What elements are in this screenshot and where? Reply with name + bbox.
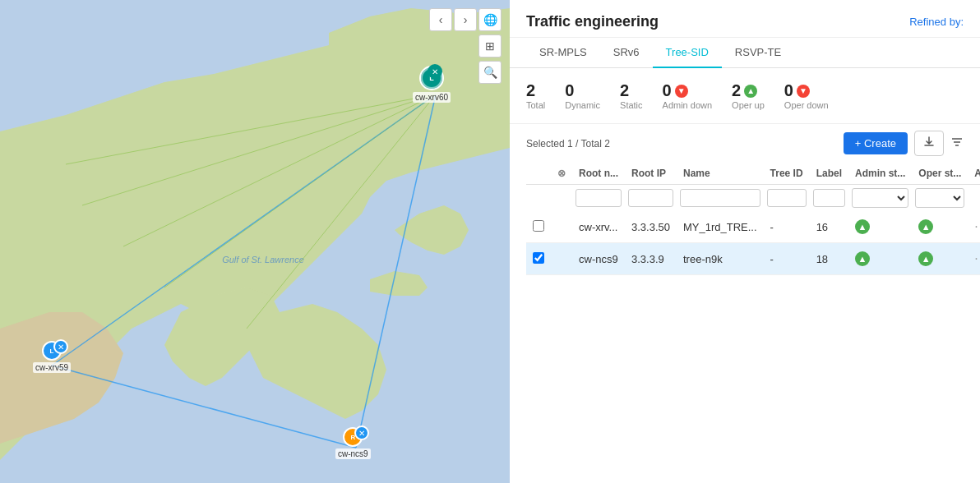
- select-all-icon[interactable]: ⊗: [557, 168, 566, 179]
- row2-actions-menu[interactable]: ···: [974, 251, 980, 265]
- stat-oper-down-value: 0 ▼: [784, 81, 810, 100]
- row1-admin-state: ▲: [848, 211, 912, 243]
- map-nav-next[interactable]: ›: [454, 8, 477, 31]
- row1-name: MY_1rd_TRE...: [677, 211, 764, 243]
- search-icon-btn[interactable]: 🔍: [478, 61, 502, 84]
- filter-name[interactable]: [680, 189, 760, 207]
- stats-row: 2 Total 0 Dynamic 2 Static 0 ▼ Admin dow…: [510, 68, 980, 124]
- row1-checkbox-cell[interactable]: [526, 211, 551, 243]
- panel-header: Traffic engineering Refined by:: [510, 0, 980, 38]
- stat-oper-up: 2 ▲ Oper up: [732, 81, 765, 110]
- tab-tree-sid[interactable]: Tree-SID: [653, 38, 722, 68]
- filter-oper-state[interactable]: Up Down: [915, 188, 964, 208]
- row1-oper-up-icon: ▲: [918, 219, 933, 234]
- table-container: ⊗ Root n... Root IP Name Tree ID Label A…: [510, 163, 980, 483]
- row2-checkbox-cell[interactable]: [526, 243, 551, 275]
- filter-root-ip[interactable]: [628, 189, 673, 207]
- filter-root-node[interactable]: [576, 189, 622, 207]
- panel-title: Traffic engineering: [526, 13, 659, 30]
- refined-by[interactable]: Refined by:: [909, 16, 964, 28]
- stat-total-value: 2: [526, 81, 535, 100]
- export-button[interactable]: [914, 131, 944, 156]
- col-admin-state: Admin st...: [848, 163, 912, 185]
- selected-info: Selected 1 / Total 2: [526, 138, 610, 150]
- node-xrv59-label: cw-xrv59: [33, 362, 71, 373]
- row2-admin-state: ▲: [848, 243, 912, 275]
- node-ncs9-label: cw-ncs9: [335, 448, 371, 459]
- tab-rsvp-te[interactable]: RSVP-TE: [722, 38, 794, 68]
- stat-oper-down-label: Oper down: [784, 100, 829, 110]
- col-oper-state: Oper st...: [912, 163, 968, 185]
- col-label: Label: [810, 163, 848, 185]
- col-root-node: Root n...: [572, 163, 625, 185]
- row1-root-node: cw-xrv...: [572, 211, 625, 243]
- layers-icon-btn[interactable]: ⊞: [478, 34, 502, 58]
- stat-dynamic-label: Dynamic: [565, 100, 600, 110]
- row2-admin-up-icon: ▲: [855, 251, 870, 266]
- col-actions: Actions: [968, 163, 980, 185]
- stat-oper-up-value: 2 ▲: [732, 81, 757, 100]
- stat-dynamic: 0 Dynamic: [565, 81, 600, 110]
- map-panel: Gulf of St. Lawrence ‹ › 🌐 ⊞ 🔍 L ✕ c: [0, 0, 510, 483]
- row2-name: tree-n9k: [677, 243, 764, 275]
- row2-checkbox[interactable]: [533, 252, 544, 264]
- row1-tree-id: -: [764, 211, 810, 243]
- tab-srv6[interactable]: SRv6: [600, 38, 653, 68]
- stat-admin-down-value: 0 ▼: [663, 81, 688, 100]
- table-controls: Selected 1 / Total 2 + Create: [510, 124, 980, 163]
- admin-down-badge: ▼: [675, 85, 688, 98]
- tabs-bar: SR-MPLS SRv6 Tree-SID RSVP-TE: [510, 38, 980, 68]
- oper-down-badge: ▼: [797, 85, 810, 98]
- row2-oper-state: ▲: [912, 243, 968, 275]
- data-table: ⊗ Root n... Root IP Name Tree ID Label A…: [526, 163, 980, 275]
- right-panel: Traffic engineering Refined by: SR-MPLS …: [510, 0, 980, 483]
- row2-oper-up-icon: ▲: [918, 251, 933, 266]
- row1-admin-up-icon: ▲: [855, 219, 870, 234]
- map-node-xrv59[interactable]: L ✕ cw-xrv59: [33, 341, 71, 373]
- table-row: cw-ncs9 3.3.3.9 tree-n9k - 18 ▲ ▲ ···: [526, 243, 980, 275]
- svg-text:Gulf of St. Lawrence: Gulf of St. Lawrence: [222, 255, 304, 264]
- oper-up-badge: ▲: [744, 85, 757, 98]
- col-name: Name: [677, 163, 764, 185]
- stat-admin-down: 0 ▼ Admin down: [663, 81, 713, 110]
- row1-actions-menu[interactable]: ···: [974, 219, 980, 233]
- filter-icon[interactable]: [950, 136, 964, 152]
- globe-icon-btn[interactable]: 🌐: [478, 8, 502, 31]
- stat-admin-down-label: Admin down: [663, 100, 713, 110]
- row1-actions[interactable]: ···: [968, 211, 980, 243]
- filter-label[interactable]: [813, 189, 845, 207]
- filter-tree-id[interactable]: [767, 189, 807, 207]
- row2-root-ip: 3.3.3.9: [625, 243, 677, 275]
- row2-tree-id: -: [764, 243, 810, 275]
- row2-root-node: cw-ncs9: [572, 243, 625, 275]
- row1-label: 16: [810, 211, 848, 243]
- row1-oper-state: ▲: [912, 211, 968, 243]
- stat-oper-down: 0 ▼ Oper down: [784, 81, 829, 110]
- map-node-xrv60[interactable]: L ✕ cw-xrv60: [413, 66, 451, 103]
- filter-admin-state[interactable]: Up Down: [852, 188, 908, 208]
- create-button[interactable]: + Create: [844, 132, 908, 154]
- table-row: cw-xrv... 3.3.3.50 MY_1rd_TRE... - 16 ▲ …: [526, 211, 980, 243]
- stat-dynamic-value: 0: [565, 81, 574, 100]
- row2-actions[interactable]: ···: [968, 243, 980, 275]
- row1-checkbox[interactable]: [533, 220, 544, 232]
- tab-sr-mpls[interactable]: SR-MPLS: [526, 38, 600, 68]
- row1-root-ip: 3.3.3.50: [625, 211, 677, 243]
- stat-oper-up-label: Oper up: [732, 100, 765, 110]
- row2-label: 18: [810, 243, 848, 275]
- col-tree-id: Tree ID: [764, 163, 810, 185]
- stat-static-value: 2: [620, 81, 629, 100]
- stat-static-label: Static: [620, 100, 643, 110]
- map-node-ncs9[interactable]: R ✕ cw-ncs9: [335, 427, 371, 459]
- stat-total: 2 Total: [526, 81, 545, 110]
- col-root-ip: Root IP: [625, 163, 677, 185]
- stat-static: 2 Static: [620, 81, 643, 110]
- map-nav-prev[interactable]: ‹: [429, 8, 452, 31]
- node-xrv60-label: cw-xrv60: [413, 92, 451, 103]
- stat-total-label: Total: [526, 100, 545, 110]
